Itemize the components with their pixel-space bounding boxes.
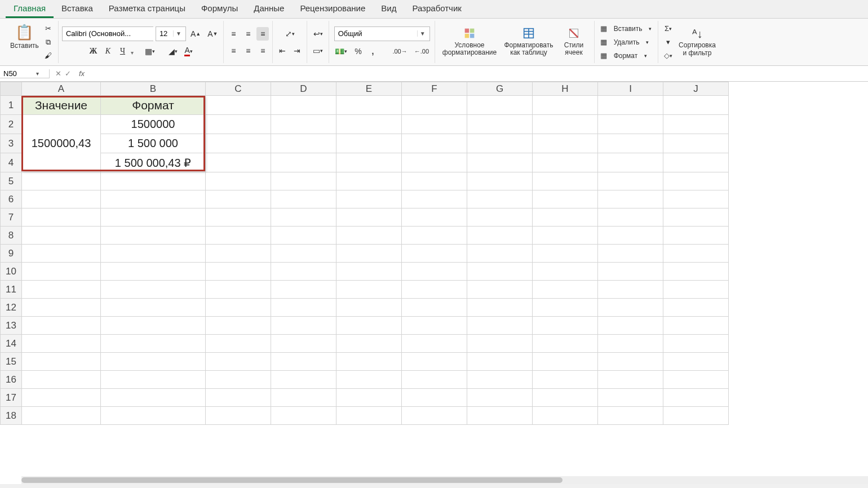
cell-E2[interactable] (336, 115, 402, 134)
cell-J15[interactable] (663, 353, 729, 371)
cell-C13[interactable] (206, 317, 271, 335)
tab-insert[interactable]: Вставка (54, 0, 101, 18)
italic-button[interactable]: К (101, 45, 114, 58)
cell-J7[interactable] (663, 208, 729, 227)
cell-F7[interactable] (402, 208, 467, 227)
cell-I10[interactable] (598, 263, 663, 281)
cell-C11[interactable] (206, 281, 271, 299)
row-header-1[interactable]: 1 (1, 96, 22, 115)
cell-D13[interactable] (271, 317, 336, 335)
cell-D4[interactable] (271, 153, 336, 172)
cell-A9[interactable] (22, 245, 101, 263)
cell-D5[interactable] (271, 172, 336, 190)
cell-F2[interactable] (402, 115, 467, 134)
cell-H13[interactable] (533, 317, 598, 335)
cell-B10[interactable] (101, 263, 206, 281)
cell-A15[interactable] (22, 353, 101, 371)
cell-A18[interactable] (22, 407, 101, 425)
cell-H5[interactable] (533, 172, 598, 190)
cell-D10[interactable] (271, 263, 336, 281)
cell-F13[interactable] (402, 317, 467, 335)
cell-J3[interactable] (663, 134, 729, 153)
tab-view[interactable]: Вид (373, 0, 404, 18)
cell-F18[interactable] (402, 407, 467, 425)
cell-B17[interactable] (101, 389, 206, 407)
cell-D16[interactable] (271, 371, 336, 389)
cell-I1[interactable] (598, 96, 663, 115)
tab-home[interactable]: Главная (6, 0, 54, 18)
underline-button[interactable]: Ч (116, 45, 129, 58)
cell-H18[interactable] (533, 407, 598, 425)
row-header-17[interactable]: 17 (1, 389, 22, 407)
row-header-4[interactable]: 4 (1, 153, 22, 172)
select-all-corner[interactable] (1, 82, 22, 96)
row-header-2[interactable]: 2 (1, 115, 22, 134)
borders-button[interactable]: ▦▾ (143, 45, 157, 58)
font-size-combo[interactable]: ▼ (156, 26, 186, 41)
cell-D14[interactable] (271, 335, 336, 353)
cell-A1[interactable]: Значение (22, 96, 101, 115)
cell-E7[interactable] (336, 208, 402, 227)
cell-H4[interactable] (533, 153, 598, 172)
cell-F17[interactable] (402, 389, 467, 407)
cell-E1[interactable] (336, 96, 402, 115)
cell-J11[interactable] (663, 281, 729, 299)
number-format-combo[interactable]: ▼ (334, 26, 430, 41)
wrap-text-button[interactable]: ↩▾ (311, 27, 325, 41)
tab-review[interactable]: Рецензирование (292, 0, 373, 18)
scrollbar-thumb[interactable] (21, 477, 563, 483)
cell-E18[interactable] (336, 407, 402, 425)
decrease-font-button[interactable]: A▼ (205, 27, 220, 41)
cell-G15[interactable] (467, 353, 533, 371)
sort-filter-button[interactable]: ᴬ↓ Сортировка и фильтр (675, 23, 720, 62)
horizontal-scrollbar[interactable] (21, 476, 868, 484)
fx-label[interactable]: fx (77, 69, 87, 78)
cell-I7[interactable] (598, 208, 663, 227)
row-header-10[interactable]: 10 (1, 263, 22, 281)
cell-F5[interactable] (402, 172, 467, 190)
cell-H2[interactable] (533, 115, 598, 134)
row-header-8[interactable]: 8 (1, 227, 22, 245)
cell-J14[interactable] (663, 335, 729, 353)
insert-cells-button[interactable]: ▦ Вставить ▾ (598, 23, 654, 35)
cell-E4[interactable] (336, 153, 402, 172)
cell-H15[interactable] (533, 353, 598, 371)
cell-I3[interactable] (598, 134, 663, 153)
cell-G11[interactable] (467, 281, 533, 299)
cell-C3[interactable] (206, 134, 271, 153)
cell-J10[interactable] (663, 263, 729, 281)
cell-E3[interactable] (336, 134, 402, 153)
row-header-13[interactable]: 13 (1, 317, 22, 335)
cell-J12[interactable] (663, 299, 729, 317)
cell-E10[interactable] (336, 263, 402, 281)
row-header-15[interactable]: 15 (1, 353, 22, 371)
cell-D18[interactable] (271, 407, 336, 425)
cell-E8[interactable] (336, 227, 402, 245)
col-header-F[interactable]: F (402, 82, 467, 96)
percent-button[interactable]: % (352, 45, 364, 58)
cell-C4[interactable] (206, 153, 271, 172)
cell-B18[interactable] (101, 407, 206, 425)
row-header-6[interactable]: 6 (1, 190, 22, 208)
cell-A8[interactable] (22, 227, 101, 245)
cell-B7[interactable] (101, 208, 206, 227)
cell-C1[interactable] (206, 96, 271, 115)
cell-G2[interactable] (467, 115, 533, 134)
cell-G6[interactable] (467, 190, 533, 208)
cell-I12[interactable] (598, 299, 663, 317)
cell-F16[interactable] (402, 371, 467, 389)
cell-J5[interactable] (663, 172, 729, 190)
cell-D17[interactable] (271, 389, 336, 407)
cell-I18[interactable] (598, 407, 663, 425)
cell-H6[interactable] (533, 190, 598, 208)
tab-pagelayout[interactable]: Разметка страницы (101, 0, 193, 18)
cell-C16[interactable] (206, 371, 271, 389)
cell-B4[interactable]: 1 500 000,43 ₽ (101, 153, 206, 172)
cell-J17[interactable] (663, 389, 729, 407)
cell-D2[interactable] (271, 115, 336, 134)
cell-H12[interactable] (533, 299, 598, 317)
cell-I9[interactable] (598, 245, 663, 263)
font-size-input[interactable] (156, 27, 173, 41)
align-bottom-button[interactable]: ≡ (256, 27, 269, 41)
cell-B3[interactable]: 1 500 000 (101, 134, 206, 153)
